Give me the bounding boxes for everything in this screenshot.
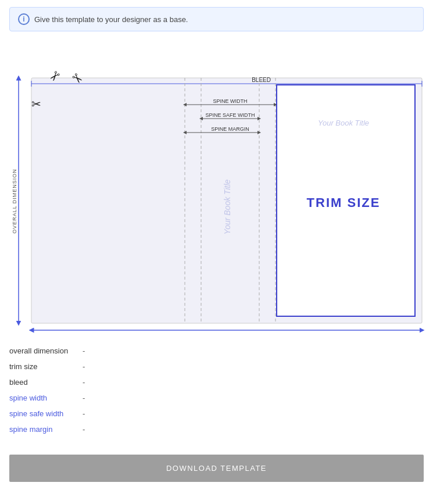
dimensions-section: overall dimension - trim size - bleed - … xyxy=(9,346,424,434)
svg-text:TRIM SIZE: TRIM SIZE xyxy=(307,195,381,210)
spine-width-label: spine width xyxy=(9,394,79,402)
svg-text:BLEED: BLEED xyxy=(252,77,271,83)
trim-size-label: trim size xyxy=(9,362,79,371)
svg-text:SPINE WIDTH: SPINE WIDTH xyxy=(213,98,247,104)
dim-row-spine-width: spine width - xyxy=(9,394,424,402)
diagram-container: OVERALL DIMENSION BLEED SPINE xyxy=(9,38,424,335)
spine-margin-value: - xyxy=(83,425,85,434)
overall-dimension-value: - xyxy=(83,346,85,355)
dim-row-trim: trim size - xyxy=(9,362,424,371)
download-template-button[interactable]: DOWNLOAD TEMPLATE xyxy=(9,455,424,482)
trim-size-value: - xyxy=(83,362,85,371)
diagram-svg: OVERALL DIMENSION BLEED SPINE xyxy=(9,38,425,335)
info-banner-text: Give this template to your designer as a… xyxy=(34,15,188,24)
spine-safe-value: - xyxy=(83,409,85,418)
spine-margin-label: spine margin xyxy=(9,425,79,434)
page-wrapper: i Give this template to your designer as… xyxy=(0,0,433,504)
svg-text:SPINE SAFE WIDTH: SPINE SAFE WIDTH xyxy=(205,112,255,118)
svg-text:Your Book Title: Your Book Title xyxy=(223,179,232,234)
info-icon: i xyxy=(18,13,30,25)
overall-dimension-label: overall dimension xyxy=(9,346,79,355)
bleed-label: bleed xyxy=(9,378,79,387)
svg-text:✂: ✂ xyxy=(31,98,41,110)
dim-row-spine-margin: spine margin - xyxy=(9,425,424,434)
svg-text:OVERALL DIMENSION: OVERALL DIMENSION xyxy=(12,169,17,234)
dim-row-spine-safe: spine safe width - xyxy=(9,409,424,418)
info-banner: i Give this template to your designer as… xyxy=(9,7,424,31)
svg-text:SPINE MARGIN: SPINE MARGIN xyxy=(211,126,249,132)
svg-text:Your Book Title: Your Book Title xyxy=(318,119,369,127)
scissors-left: ✂ xyxy=(31,98,41,110)
bleed-value: - xyxy=(83,378,85,387)
dim-row-overall: overall dimension - xyxy=(9,346,424,355)
spine-width-value: - xyxy=(83,394,85,402)
dim-row-bleed: bleed - xyxy=(9,378,424,387)
spine-safe-label: spine safe width xyxy=(9,409,79,418)
